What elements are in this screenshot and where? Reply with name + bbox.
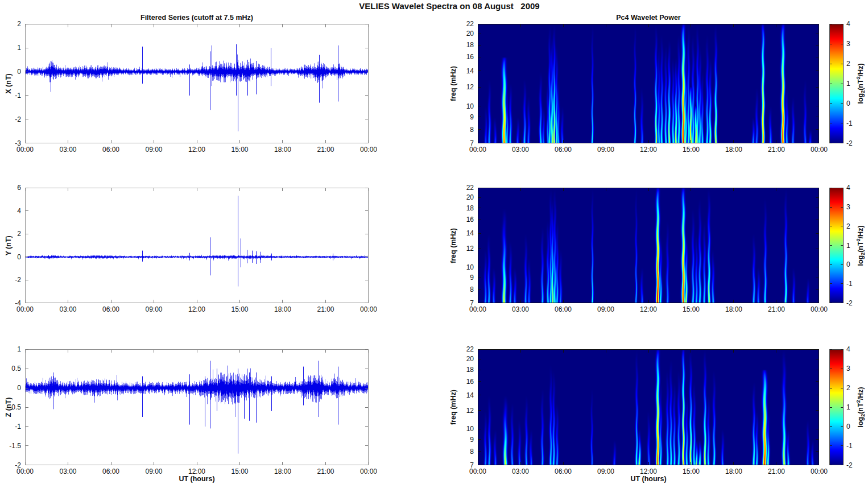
colorbar-tick-label: 1 xyxy=(846,80,850,88)
freq-ylabel-bottom: freq (mHz) xyxy=(449,390,457,425)
y-tick-label: 0 xyxy=(17,384,21,392)
x-tick-label: 09:00 xyxy=(597,146,614,154)
x-tick-label: 03:00 xyxy=(512,146,529,154)
z-filtered-series-plot xyxy=(25,349,369,465)
x-tick-label: 21:00 xyxy=(768,146,785,154)
right-xlabel: UT (hours) xyxy=(630,475,666,483)
x-tick-label: 00:00 xyxy=(360,305,377,313)
freq-tick-label: 20 xyxy=(466,30,474,38)
freq-tick-label: 22 xyxy=(466,345,474,353)
x-tick-label: 18:00 xyxy=(725,146,742,154)
y-tick-label: -1 xyxy=(15,92,21,100)
z-wavelet-spectrogram xyxy=(478,349,819,465)
freq-tick-label: 8 xyxy=(470,448,474,456)
colorbar-label-sub: 2 xyxy=(860,252,866,255)
freq-tick-label: 7 xyxy=(470,139,474,147)
x-tick-label: 12:00 xyxy=(640,305,657,313)
y-tick-label: 1 xyxy=(17,44,21,52)
x-tick-label: 06:00 xyxy=(102,305,119,313)
y-filtered-series-plot xyxy=(25,188,369,303)
freq-tick-label: 9 xyxy=(470,436,474,444)
x-tick-label: 09:00 xyxy=(145,468,162,475)
freq-tick-label: 16 xyxy=(466,53,474,61)
x-tick-label: 21:00 xyxy=(317,305,334,313)
y-wavelet-spectrogram xyxy=(478,188,819,303)
freq-tick-label: 7 xyxy=(470,299,474,307)
freq-tick-label: 20 xyxy=(466,193,474,201)
colorbar-tick-label: -2 xyxy=(846,461,853,469)
freq-tick-label: 8 xyxy=(470,286,474,293)
freq-tick-label: 18 xyxy=(466,204,474,212)
x-tick-label: 21:00 xyxy=(768,305,785,313)
colorbar-tick-label: 0 xyxy=(846,423,850,431)
x-tick-label: 15:00 xyxy=(683,146,700,154)
y-series-ylabel: Y (nT) xyxy=(5,235,13,255)
freq-tick-label: 10 xyxy=(466,425,474,433)
y-tick-label: -1.5 xyxy=(9,442,21,450)
colorbar-label-suffix: /Hz) xyxy=(857,387,865,400)
colorbar-label-sub: 2 xyxy=(860,414,866,417)
colorbar-tick-label: -2 xyxy=(846,299,853,307)
x-tick-label: 12:00 xyxy=(640,468,657,475)
colorbar-label-sup: 2 xyxy=(855,76,861,79)
left-xlabel: UT (hours) xyxy=(179,475,214,483)
freq-tick-label: 20 xyxy=(466,355,474,363)
colorbar-y xyxy=(829,188,844,303)
x-tick-label: 15:00 xyxy=(231,468,248,475)
x-tick-label: 15:00 xyxy=(231,146,248,154)
figure-root: VELIES Wavelet Spectra on 08 August 2009… xyxy=(0,0,868,484)
x-tick-label: 03:00 xyxy=(59,305,76,313)
y-tick-label: 0 xyxy=(17,68,21,76)
left-column-title: Filtered Series (cutoff at 7.5 mHz) xyxy=(140,14,253,22)
colorbar-tick-label: -1 xyxy=(846,119,853,127)
freq-tick-label: 14 xyxy=(466,67,474,75)
y-tick-label: -4 xyxy=(15,299,21,307)
freq-ylabel-middle: freq (mHz) xyxy=(449,228,457,263)
y-tick-label: 2 xyxy=(17,20,21,28)
x-tick-label: 03:00 xyxy=(512,305,529,313)
x-tick-label: 00:00 xyxy=(811,146,828,154)
colorbar-label-prefix: log xyxy=(857,93,865,104)
colorbar-tick-label: -2 xyxy=(846,139,853,147)
figure-title: VELIES Wavelet Spectra on 08 August 2009 xyxy=(359,1,539,11)
colorbar-tick-label: 1 xyxy=(846,403,850,411)
x-wavelet-spectrogram xyxy=(478,24,819,143)
colorbar-label-prefix: log xyxy=(857,417,865,428)
x-tick-label: 15:00 xyxy=(683,468,700,475)
colorbar-tick-label: 4 xyxy=(846,20,850,28)
freq-tick-label: 8 xyxy=(470,126,474,134)
freq-tick-label: 16 xyxy=(466,216,474,224)
colorbar-tick-label: 1 xyxy=(846,242,850,250)
x-tick-label: 18:00 xyxy=(274,468,291,475)
freq-tick-label: 7 xyxy=(470,461,474,469)
x-tick-label: 00:00 xyxy=(811,468,828,475)
freq-tick-label: 18 xyxy=(466,366,474,374)
freq-tick-label: 14 xyxy=(466,391,474,399)
x-tick-label: 09:00 xyxy=(597,468,614,475)
colorbar-label-mid: (nT xyxy=(857,79,865,90)
freq-tick-label: 12 xyxy=(466,407,474,415)
x-tick-label: 03:00 xyxy=(59,146,76,154)
freq-tick-label: 22 xyxy=(466,20,474,28)
colorbar-tick-label: 3 xyxy=(846,40,850,48)
y-tick-label: -2 xyxy=(15,276,21,284)
colorbar-tick-label: 2 xyxy=(846,222,850,230)
x-tick-label: 18:00 xyxy=(725,305,742,313)
colorbar-tick-label: 4 xyxy=(846,184,850,192)
colorbar-tick-label: -1 xyxy=(846,280,853,288)
x-tick-label: 03:00 xyxy=(512,468,529,475)
y-tick-label: 1 xyxy=(17,345,21,353)
colorbar-tick-label: 3 xyxy=(846,203,850,211)
x-tick-label: 00:00 xyxy=(811,305,828,313)
x-tick-label: 21:00 xyxy=(768,468,785,475)
x-tick-label: 12:00 xyxy=(188,468,205,475)
x-tick-label: 00:00 xyxy=(360,468,377,475)
y-tick-label: 2 xyxy=(17,230,21,238)
freq-tick-label: 10 xyxy=(466,102,474,110)
colorbar-label-z: log2(nT2/Hz) xyxy=(855,387,866,427)
colorbar-tick-label: 2 xyxy=(846,60,850,68)
freq-tick-label: 12 xyxy=(466,83,474,91)
colorbar-z xyxy=(829,349,844,465)
y-tick-label: 4 xyxy=(17,207,21,215)
x-tick-label: 15:00 xyxy=(231,305,248,313)
